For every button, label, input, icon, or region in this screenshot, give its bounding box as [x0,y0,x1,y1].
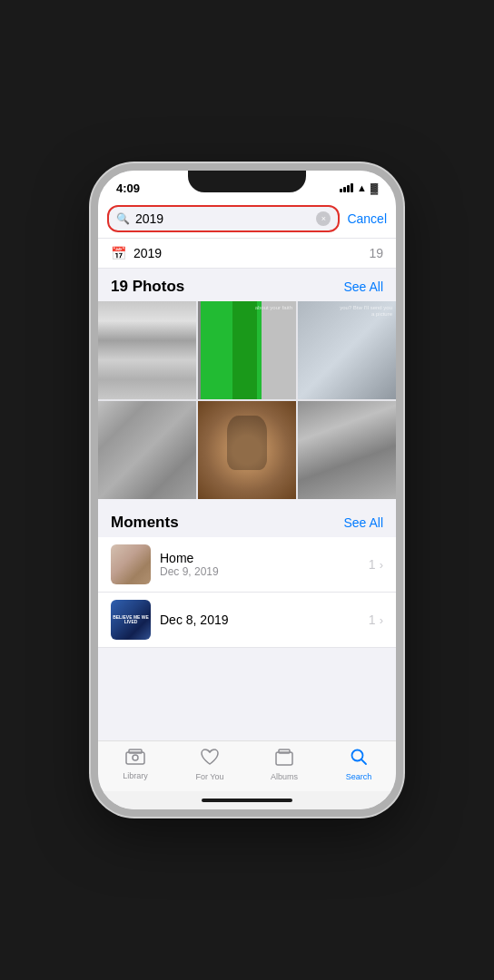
chevron-right-icon-2: › [380,613,383,627]
photo-overlay-text-1: about your faith [255,305,292,311]
search-tab-icon [350,748,368,770]
moment-count-1: 1 [369,557,376,572]
tab-library[interactable]: Library [98,749,173,780]
photo-cell-5[interactable] [198,401,296,499]
albums-icon [274,748,294,770]
suggestion-row[interactable]: 📅 2019 19 [98,238,396,269]
photos-section-title: 19 Photos [111,278,184,296]
home-bar [202,799,292,802]
photo-cell-6[interactable] [298,401,396,499]
suggestion-text: 2019 [133,246,162,260]
battery-icon: ▓ [370,182,378,193]
moment-row-2[interactable]: BELIEVE ME WE LIVED Dec 8, 2019 1 › [98,593,396,648]
tab-for-you[interactable]: For You [173,748,247,781]
tab-search[interactable]: Search [321,748,396,781]
photo-cell-2[interactable]: about your faith [198,301,296,399]
moment-row-1[interactable]: Home Dec 9, 2019 1 › [98,537,396,593]
moment-thumb-1 [111,544,151,584]
moment-count-chevron-2: 1 › [369,612,383,627]
search-icon: 🔍 [116,212,130,225]
wifi-icon: ▲ [357,182,367,193]
svg-line-6 [361,760,366,764]
tab-bar: Library For You Albums [98,740,396,791]
home-indicator [98,791,396,809]
for-you-icon [200,748,220,770]
moment-count-2: 1 [369,612,376,627]
svg-rect-0 [126,752,144,764]
photos-see-all[interactable]: See All [343,279,383,294]
photo-person-shape [227,416,266,469]
calendar-icon: 📅 [111,246,126,260]
svg-rect-3 [276,752,292,765]
chevron-right-icon-1: › [380,558,383,572]
moment-info-2: Dec 8, 2019 [160,612,360,627]
search-query-text: 2019 [135,211,311,226]
signal-icon [340,183,353,192]
photo-cell-3[interactable]: you? Btw I'll send you a picture [298,301,396,399]
moments-section-title: Moments [111,514,179,532]
moments-section-header: Moments See All [98,505,396,537]
status-icons: ▲ ▓ [340,182,378,193]
moment-title-2: Dec 8, 2019 [160,612,360,627]
phone-frame: 4:09 ▲ ▓ 🔍 2019 × [91,163,403,817]
library-tab-label: Library [123,771,148,780]
screen: 4:09 ▲ ▓ 🔍 2019 × [98,171,396,809]
clear-search-button[interactable]: × [316,211,331,226]
moment-title-1: Home [160,551,360,565]
suggestion-left: 📅 2019 [111,246,162,260]
moments-see-all[interactable]: See All [343,515,383,530]
photo-cell-4[interactable] [98,401,196,499]
photos-section-header: 19 Photos See All [98,269,396,301]
search-area: 🔍 2019 × Cancel [98,200,396,238]
cancel-button[interactable]: Cancel [347,211,387,226]
library-icon [125,749,145,769]
suggestion-count: 19 [369,246,383,260]
albums-tab-label: Albums [271,772,298,781]
notch [188,171,306,192]
svg-point-2 [133,755,138,760]
moment-count-chevron-1: 1 › [369,557,383,572]
status-time: 4:09 [116,181,140,195]
search-tab-label: Search [346,772,372,781]
for-you-tab-label: For You [195,772,223,781]
tab-albums[interactable]: Albums [247,748,321,781]
svg-rect-4 [279,750,290,753]
scroll-content[interactable]: 19 Photos See All about your faith you? … [98,269,396,740]
photo-overlay-text-2: you? Btw I'll send you a picture [338,305,392,318]
moment-date-1: Dec 9, 2019 [160,565,360,578]
moment-info-1: Home Dec 9, 2019 [160,551,360,578]
svg-rect-1 [129,750,142,753]
search-bar[interactable]: 🔍 2019 × [107,205,340,232]
photo-cell-1[interactable] [98,301,196,399]
photo-grid: about your faith you? Btw I'll send you … [98,301,396,499]
moment-thumb-2: BELIEVE ME WE LIVED [111,600,151,640]
